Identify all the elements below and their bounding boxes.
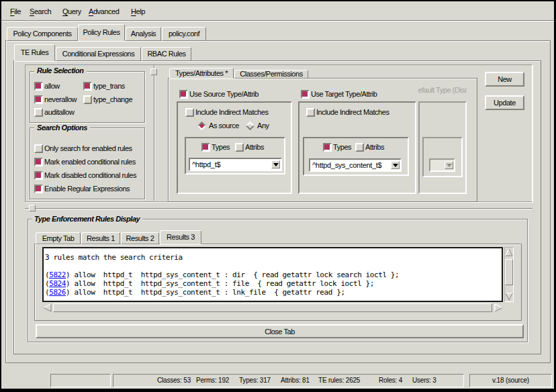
- tab-policy-conf[interactable]: policy.conf: [162, 27, 206, 41]
- vertical-scrollbar[interactable]: [504, 247, 514, 302]
- checkbox-source-types[interactable]: Types: [201, 143, 230, 152]
- tab-results-2[interactable]: Results 2: [121, 232, 159, 244]
- checkbox-auditallow[interactable]: auditallow: [34, 108, 74, 117]
- checkbox-target-attribs-indicator: [355, 143, 364, 152]
- checkbox-type-trans-indicator: [83, 82, 92, 91]
- menu-query-mnemonic: Q: [62, 7, 68, 15]
- target-type-combobox-value: ^httpd_sys_content_t$: [310, 161, 391, 169]
- checkbox-mark-enabled-conditional[interactable]: Mark enabled conditional rules: [34, 158, 136, 166]
- tab-results-1[interactable]: Results 1: [81, 232, 120, 244]
- source-type-combobox-button[interactable]: [271, 160, 280, 168]
- checkbox-target-types[interactable]: Types: [323, 143, 351, 152]
- menu-search-mnemonic: S: [30, 7, 34, 15]
- close-tab-button-label: Close Tab: [265, 328, 295, 336]
- checkbox-mark-disabled-conditional-indicator: [34, 171, 43, 180]
- checkbox-use-source-type[interactable]: Use Source Type/Attrib: [179, 90, 259, 99]
- checkbox-enable-regex-indicator: [34, 185, 43, 193]
- checkbox-type-change[interactable]: type_change: [83, 95, 132, 104]
- radio-as-source-indicator: [197, 121, 206, 130]
- checkbox-auditallow-label: auditallow: [44, 108, 74, 117]
- results-display-title: Type Enforcement Rules Display: [32, 215, 142, 223]
- triangle-left-icon: [43, 303, 52, 312]
- vertical-sash-handle[interactable]: [150, 68, 157, 75]
- menu-advanced[interactable]: Advanced: [89, 7, 119, 15]
- results-header-line: 3 rules match the search criteria: [45, 253, 183, 262]
- scroll-left-arrow[interactable]: [42, 303, 52, 312]
- checkbox-source-types-label: Types: [212, 143, 230, 152]
- default-type-label: Default Type (Disabled): [418, 86, 467, 94]
- close-tab-button[interactable]: Close Tab: [36, 324, 524, 338]
- result-rule-line: (5826) allow httpd_t httpd_sys_content_t…: [45, 288, 345, 297]
- horizontal-scrollbar[interactable]: [42, 303, 503, 313]
- horizontal-scrollbar-thumb[interactable]: [53, 303, 492, 312]
- checkbox-allow[interactable]: allow: [34, 82, 60, 91]
- checkbox-target-indirect-label: Include Indirect Matches: [316, 108, 389, 117]
- tab-results-3[interactable]: Results 3: [160, 230, 201, 244]
- scroll-right-arrow[interactable]: [494, 303, 503, 312]
- target-type-combobox-button[interactable]: [391, 161, 400, 169]
- new-button-label: New: [498, 75, 512, 83]
- checkbox-allow-label: allow: [44, 82, 60, 91]
- checkbox-type-trans[interactable]: type_trans: [83, 82, 125, 91]
- window-border-bottom: [0, 389, 556, 392]
- menu-bar: File Search Query Advanced Help: [1, 1, 554, 21]
- rule-5824-link[interactable]: 5824: [49, 279, 66, 288]
- chevron-down-icon: [393, 164, 398, 167]
- new-button[interactable]: New: [485, 72, 524, 87]
- source-type-combobox[interactable]: ^httpd_t$: [189, 158, 282, 171]
- tab-policy-rules[interactable]: Policy Rules: [78, 24, 125, 41]
- checkbox-source-attribs-label: Attribs: [245, 143, 264, 152]
- menu-file[interactable]: File: [10, 7, 21, 15]
- rule-5826-link[interactable]: 5826: [49, 288, 66, 297]
- rule-5822-link[interactable]: 5822: [49, 271, 66, 279]
- checkbox-source-attribs[interactable]: Attribs: [235, 143, 264, 152]
- scroll-down-arrow[interactable]: [505, 292, 513, 301]
- menu-query[interactable]: Query: [62, 7, 81, 15]
- radio-as-source[interactable]: As source: [197, 121, 239, 130]
- tab-policy-components[interactable]: Policy Components: [7, 27, 78, 41]
- checkbox-only-enabled-rules-label: Only search for enabled rules: [44, 144, 132, 153]
- tab-rbac-rules[interactable]: RBAC Rules: [142, 47, 191, 61]
- checkbox-only-enabled-rules[interactable]: Only search for enabled rules: [34, 144, 132, 153]
- rule-selection-title: Rule Selection: [34, 66, 87, 75]
- rule-text: ) allow httpd_t httpd_sys_content_t : ln…: [66, 288, 345, 297]
- checkbox-enable-regex[interactable]: Enable Regular Expressions: [34, 185, 130, 193]
- update-button[interactable]: Update: [485, 95, 524, 110]
- update-button-label: Update: [494, 99, 516, 107]
- checkbox-mark-disabled-conditional[interactable]: Mark disabled conditional rules: [34, 171, 136, 180]
- horizontal-sash-handle[interactable]: [29, 205, 36, 211]
- checkbox-target-attribs[interactable]: Attribs: [355, 143, 384, 152]
- horizontal-sash: [25, 208, 532, 209]
- result-rule-line: (5822) allow httpd_t httpd_sys_content_t…: [45, 271, 399, 279]
- apol-window: File Search Query Advanced Help Policy C…: [0, 0, 556, 392]
- vertical-scrollbar-thumb[interactable]: [505, 259, 513, 285]
- tab-conditional-expressions[interactable]: Conditional Expressions: [56, 47, 141, 61]
- tab-empty-tab[interactable]: Empty Tab: [36, 232, 81, 244]
- target-type-combobox[interactable]: ^httpd_sys_content_t$: [309, 158, 402, 172]
- checkbox-target-attribs-label: Attribs: [365, 143, 384, 152]
- checkbox-use-target-type[interactable]: Use Target Type/Attrib: [301, 90, 377, 99]
- status-users: Users: 3: [412, 377, 436, 384]
- tab-analysis[interactable]: Analysis: [126, 27, 161, 41]
- rule-text: ) allow httpd_t httpd_sys_content_t : di…: [66, 271, 399, 279]
- tab-te-rules-label: TE Rules: [21, 48, 49, 56]
- radio-as-source-label: As source: [209, 121, 239, 130]
- tab-types-attributes[interactable]: Types/Attributes *: [169, 68, 234, 79]
- checkbox-type-trans-label: type_trans: [93, 82, 125, 91]
- menu-help[interactable]: Help: [131, 7, 145, 15]
- scroll-up-arrow[interactable]: [505, 248, 513, 257]
- results-text-area[interactable]: 3 rules match the search criteria (5822)…: [42, 247, 503, 302]
- radio-any-indicator: [246, 121, 254, 130]
- result-rule-line: (5824) allow httpd_t httpd_sys_content_t…: [45, 279, 374, 288]
- menu-search[interactable]: Search: [30, 7, 51, 15]
- radio-any[interactable]: Any: [246, 121, 269, 130]
- rule-text: ) allow httpd_t httpd_sys_content_t : fi…: [66, 279, 374, 288]
- tab-types-attributes-label: Types/Attributes *: [175, 69, 228, 77]
- checkbox-mark-enabled-conditional-label: Mark enabled conditional rules: [44, 158, 136, 166]
- tab-classes-permissions[interactable]: Classes/Permissions: [234, 70, 308, 79]
- checkbox-neverallow[interactable]: neverallow: [34, 95, 77, 104]
- checkbox-source-indirect-label: Include Indirect Matches: [195, 108, 268, 117]
- checkbox-target-indirect[interactable]: Include Indirect Matches: [306, 108, 389, 117]
- checkbox-source-indirect[interactable]: Include Indirect Matches: [185, 108, 268, 117]
- tab-te-rules[interactable]: TE Rules: [14, 44, 55, 61]
